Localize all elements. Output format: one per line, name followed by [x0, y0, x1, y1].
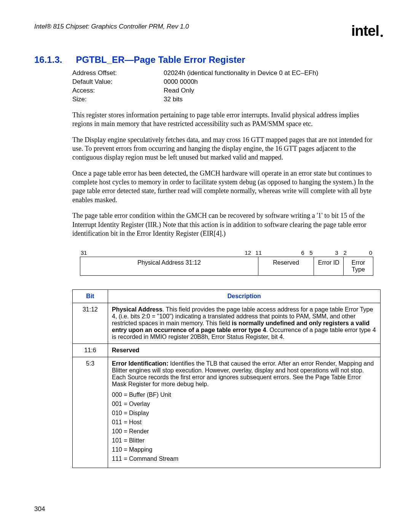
body-paragraph: The page table error condition within th… — [72, 211, 381, 238]
table-row: 11:6 Reserved — [73, 344, 381, 357]
bit-description: Error Identification: Identifies the TLB… — [108, 357, 381, 468]
description-table: Bit Description 31:12 Physical Address. … — [72, 289, 381, 468]
meta-address-label: Address Offset: — [72, 69, 164, 78]
meta-address-value: 02024h (identical functionality in Devic… — [164, 69, 381, 78]
bitfield-phys-addr: Physical Address 31:12 — [80, 257, 258, 275]
meta-access-label: Access: — [72, 86, 164, 95]
bit-tick: 11 — [251, 249, 262, 256]
content-block: Address Offset: 02024h (identical functi… — [72, 69, 381, 468]
section-title: PGTBL_ER—Page Table Error Register — [76, 54, 245, 65]
body-paragraph: The Display engine speculatively fetches… — [72, 136, 381, 162]
page: Intel® 815 Chipset: Graphics Controller … — [0, 0, 411, 483]
list-item: 010 = Display — [112, 410, 376, 417]
bit-tick: 2 — [338, 249, 347, 256]
bitfield-error-type: Error Type — [343, 257, 373, 275]
table-row: 31:12 Physical Address. This field provi… — [73, 303, 381, 344]
bit-tick: 12 — [89, 249, 251, 256]
bit-tick: 6 — [262, 249, 304, 256]
section-number: 16.1.3. — [34, 54, 62, 65]
bit-tick: 5 — [304, 249, 313, 256]
section-heading: 16.1.3. PGTBL_ER—Page Table Error Regist… — [34, 54, 381, 65]
bitfield-ticks: 31 12 11 6 5 3 2 0 — [80, 249, 373, 257]
error-code-list: 000 = Buffer (BF) Unit 001 = Overlay 010… — [112, 391, 376, 462]
bit-range: 11:6 — [73, 344, 108, 357]
col-header-desc: Description — [108, 290, 381, 303]
table-row: 5:3 Error Identification: Identifies the… — [73, 357, 381, 468]
bit-description: Reserved — [108, 344, 381, 357]
meta-size-label: Size: — [72, 95, 164, 104]
intel-logo: intel — [351, 23, 381, 39]
list-item: 100 = Render — [112, 428, 376, 435]
body-paragraph: This register stores information pertain… — [72, 111, 381, 129]
bit-tick: 0 — [347, 249, 372, 256]
bit-tick: 3 — [313, 249, 338, 256]
col-header-bit: Bit — [73, 290, 108, 303]
meta-access-value: Read Only — [164, 86, 381, 95]
meta-default-label: Default Value: — [72, 78, 164, 86]
register-meta: Address Offset: 02024h (identical functi… — [72, 69, 381, 104]
table-header-row: Bit Description — [73, 290, 381, 303]
list-item: 001 = Overlay — [112, 401, 376, 407]
bitfield-diagram: 31 12 11 6 5 3 2 0 Physical Address 31:1… — [80, 249, 373, 276]
list-item: 011 = Host — [112, 419, 376, 426]
bitfield-reserved: Reserved — [258, 257, 314, 275]
bit-description: Physical Address. This field provides th… — [108, 303, 381, 344]
meta-default-value: 0000 0000h — [164, 78, 381, 86]
meta-size-value: 32 bits — [164, 95, 381, 104]
page-number: 304 — [34, 505, 45, 513]
doc-header-text: Intel® 815 Chipset: Graphics Controller … — [34, 23, 189, 30]
page-header: Intel® 815 Chipset: Graphics Controller … — [34, 23, 381, 39]
bit-tick: 31 — [81, 249, 89, 256]
bit-range: 5:3 — [73, 357, 108, 468]
bitfield-row: Physical Address 31:12 Reserved Error ID… — [80, 257, 373, 276]
desc-lead-bold: Physical Address — [112, 306, 162, 313]
list-item: 110 = Mapping — [112, 446, 376, 453]
list-item: 000 = Buffer (BF) Unit — [112, 391, 376, 398]
bitfield-error-id: Error ID — [314, 257, 343, 275]
desc-lead-bold: Error Identification: — [112, 360, 168, 367]
desc-lead-bold: Reserved — [112, 347, 139, 353]
bit-range: 31:12 — [73, 303, 108, 344]
list-item: 111 = Command Stream — [112, 455, 376, 462]
list-item: 101 = Blitter — [112, 437, 376, 444]
body-paragraph: Once a page table error has been detecte… — [72, 169, 381, 205]
